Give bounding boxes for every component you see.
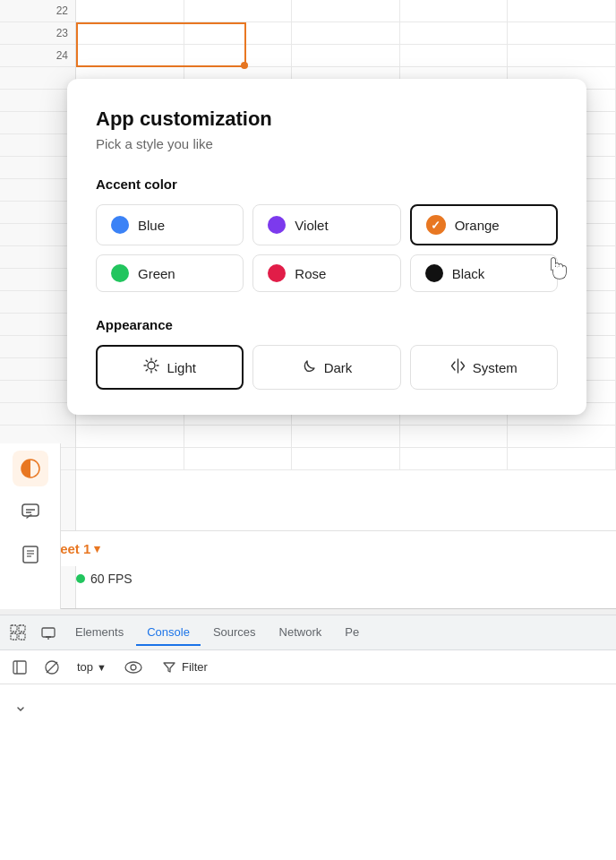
top-label: top: [77, 660, 93, 674]
svg-line-19: [47, 662, 57, 673]
system-icon: [450, 358, 466, 377]
tab-sources[interactable]: Sources: [202, 620, 267, 646]
svg-point-21: [131, 665, 136, 670]
svg-rect-13: [42, 628, 55, 637]
appearance-grid: Light Dark System: [96, 345, 558, 390]
color-option-violet[interactable]: Violet: [252, 204, 400, 245]
violet-label: Violet: [295, 218, 328, 233]
color-option-black[interactable]: Black: [410, 254, 558, 292]
appearance-label: Appearance: [96, 317, 558, 332]
fps-dot: [76, 574, 85, 583]
rose-label: Rose: [295, 266, 326, 281]
row-empty-15: [0, 381, 75, 403]
popup-title: App customization: [96, 108, 558, 131]
row-empty-12: [0, 314, 75, 336]
sidebar-icon-book[interactable]: [13, 537, 48, 572]
black-dot: [425, 264, 443, 282]
eye-icon[interactable]: [119, 655, 148, 680]
top-dropdown-arrow: ▼: [97, 662, 107, 673]
row-empty-1: [0, 67, 75, 90]
svg-rect-9: [11, 625, 17, 632]
svg-line-27: [147, 360, 148, 361]
filter-button[interactable]: Filter: [155, 658, 215, 677]
orange-label: Orange: [455, 218, 500, 233]
accent-color-label: Accent color: [96, 176, 558, 192]
row-empty-11: [0, 291, 75, 314]
row-22: 22: [0, 0, 75, 22]
svg-point-20: [125, 662, 141, 673]
appearance-option-light[interactable]: Light: [96, 345, 244, 390]
green-dot: [111, 264, 129, 282]
row-empty-6: [0, 179, 75, 202]
popup-subtitle: Pick a style you like: [96, 136, 558, 151]
light-sun-icon: [143, 357, 159, 377]
color-option-blue[interactable]: Blue: [96, 204, 244, 245]
row-empty-3: [0, 112, 75, 134]
svg-rect-16: [13, 661, 26, 674]
appearance-option-system[interactable]: System: [410, 345, 558, 390]
tab-network[interactable]: Network: [269, 620, 333, 646]
sidebar-icon-theme[interactable]: [13, 451, 48, 486]
svg-line-28: [156, 369, 157, 370]
appearance-option-dark[interactable]: Dark: [252, 345, 400, 390]
top-selector[interactable]: top ▼: [72, 658, 112, 676]
row-empty-2: [0, 90, 75, 112]
rose-dot: [268, 264, 286, 282]
svg-rect-14: [46, 636, 51, 638]
element-selector-icon[interactable]: [4, 618, 32, 647]
blue-dot: [111, 216, 129, 234]
light-label: Light: [167, 360, 196, 375]
console-content: [0, 684, 616, 860]
sidebar-icon-chat[interactable]: [13, 494, 48, 529]
console-chevron[interactable]: [14, 703, 27, 718]
orange-check-circle: ✓: [426, 215, 446, 235]
fps-indicator: 60 FPS: [76, 572, 133, 586]
dark-label: Dark: [324, 360, 353, 375]
orange-check-mark: ✓: [431, 219, 441, 232]
devtools-bar: Elements Console Sources Network Pe: [0, 615, 616, 650]
color-option-rose[interactable]: Rose: [252, 254, 400, 292]
tab-console[interactable]: Console: [136, 620, 201, 646]
blue-label: Blue: [138, 218, 165, 233]
svg-rect-5: [23, 546, 38, 563]
row-empty-7: [0, 202, 75, 224]
color-option-green[interactable]: Green: [96, 254, 244, 292]
svg-rect-12: [19, 633, 25, 640]
row-23: 23: [0, 22, 75, 45]
system-label: System: [473, 360, 518, 375]
violet-dot: [268, 216, 286, 234]
color-option-orange[interactable]: ✓ Orange: [410, 204, 558, 245]
svg-point-22: [148, 362, 155, 369]
row-24: 24: [0, 45, 75, 67]
sheet-bar: + Sheet 1 ▾: [0, 530, 616, 566]
left-sidebar: [0, 443, 61, 609]
svg-line-29: [156, 360, 157, 361]
svg-rect-11: [11, 633, 17, 640]
svg-rect-10: [19, 625, 25, 632]
dark-moon-icon: [302, 358, 317, 377]
filter-label: Filter: [182, 660, 208, 674]
tab-more[interactable]: Pe: [334, 620, 370, 646]
fps-label: 60 FPS: [90, 572, 133, 586]
green-label: Green: [138, 266, 175, 281]
app-customization-popup: App customization Pick a style you like …: [67, 79, 586, 415]
sheet-dropdown-arrow[interactable]: ▾: [94, 542, 100, 555]
row-empty-9: [0, 246, 75, 269]
sidebar-panel-icon[interactable]: [7, 655, 32, 680]
row-30: [0, 403, 75, 426]
black-label: Black: [452, 266, 485, 281]
row-empty-8: [0, 224, 75, 246]
block-icon[interactable]: [39, 655, 64, 680]
svg-line-30: [147, 369, 148, 370]
responsive-icon[interactable]: [34, 618, 63, 647]
row-empty-10: [0, 269, 75, 291]
tab-elements[interactable]: Elements: [64, 620, 134, 646]
color-grid: Blue Violet ✓ Orange Green Rose Black: [96, 204, 558, 292]
devtools-console-bar: top ▼ Filter: [0, 650, 616, 684]
row-empty-5: [0, 157, 75, 179]
row-empty-4: [0, 134, 75, 157]
row-empty-13: [0, 336, 75, 358]
row-empty-14: [0, 358, 75, 381]
